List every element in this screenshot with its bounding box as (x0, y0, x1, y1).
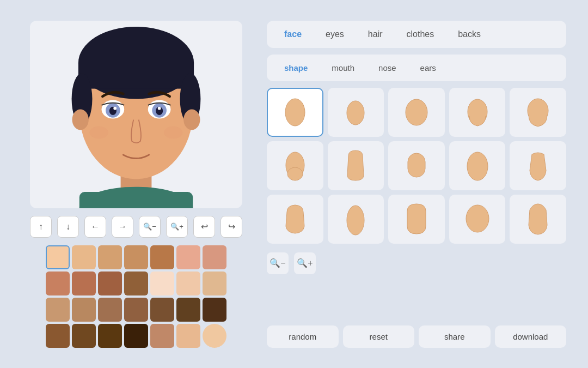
color-swatch[interactable] (46, 298, 70, 322)
skin-color-grid (46, 245, 226, 348)
move-left-button[interactable]: ← (84, 216, 106, 238)
color-swatch[interactable] (176, 272, 200, 295)
subtab-nose[interactable]: nose (369, 60, 406, 76)
action-buttons: random reset share download (267, 325, 566, 348)
color-swatch[interactable] (176, 245, 200, 269)
tab-face[interactable]: face (274, 26, 311, 43)
svg-point-9 (183, 109, 200, 130)
svg-point-20 (285, 99, 305, 126)
left-panel: ↑ ↓ ← → 🔍− 🔍+ ↩ ↪ (22, 21, 250, 348)
color-swatch[interactable] (176, 298, 200, 322)
avatar-controls: ↑ ↓ ← → 🔍− 🔍+ ↩ ↪ (30, 216, 242, 238)
subtab-shape[interactable]: shape (274, 60, 317, 76)
color-swatch[interactable] (72, 324, 96, 348)
download-button[interactable]: download (495, 325, 567, 348)
face-shape-2[interactable] (328, 88, 384, 137)
color-swatch[interactable] (72, 245, 96, 269)
color-swatch[interactable] (72, 298, 96, 322)
tab-clothes[interactable]: clothes (397, 26, 444, 43)
face-shape-6[interactable] (267, 141, 323, 190)
tab-backs[interactable]: backs (448, 26, 491, 43)
tab-hair[interactable]: hair (358, 26, 393, 43)
color-swatch[interactable] (124, 298, 148, 322)
face-shape-3[interactable] (388, 88, 445, 137)
face-shape-10[interactable] (510, 141, 566, 190)
svg-point-21 (347, 101, 364, 125)
color-swatch[interactable] (203, 298, 226, 322)
right-panel: face eyes hair clothes backs shape mouth… (267, 21, 566, 348)
svg-rect-27 (408, 153, 425, 177)
svg-point-17 (158, 106, 161, 110)
color-swatch[interactable] (124, 272, 148, 295)
shape-zoom-in-button[interactable]: 🔍+ (294, 252, 316, 274)
face-shape-8[interactable] (388, 141, 445, 190)
zoom-out-button[interactable]: 🔍− (139, 216, 161, 238)
face-shape-7[interactable] (328, 141, 384, 190)
color-swatch[interactable] (150, 245, 174, 269)
svg-point-8 (72, 109, 89, 130)
share-button[interactable]: share (419, 325, 491, 348)
color-swatch[interactable] (203, 272, 226, 295)
color-swatch[interactable] (150, 272, 174, 295)
svg-rect-2 (79, 192, 193, 208)
face-shape-9[interactable] (449, 141, 506, 190)
color-swatch[interactable] (98, 272, 122, 295)
color-swatch[interactable] (124, 324, 148, 348)
face-shape-14[interactable] (449, 195, 506, 244)
subtab-mouth[interactable]: mouth (322, 60, 364, 76)
move-up-button[interactable]: ↑ (30, 216, 52, 238)
color-swatch[interactable] (46, 324, 70, 348)
subtab-ears[interactable]: ears (411, 60, 446, 76)
color-swatch[interactable] (46, 272, 70, 295)
svg-point-22 (406, 99, 427, 125)
move-down-button[interactable]: ↓ (57, 216, 79, 238)
face-shape-5[interactable] (510, 88, 566, 137)
svg-point-19 (164, 126, 182, 138)
color-circle-swatch[interactable] (203, 324, 226, 348)
color-swatch[interactable] (124, 245, 148, 269)
redo-button[interactable]: ↪ (220, 216, 242, 238)
face-shape-12[interactable] (328, 195, 384, 244)
svg-point-29 (347, 206, 364, 235)
color-swatch[interactable] (150, 324, 174, 348)
reset-button[interactable]: reset (343, 325, 415, 348)
avatar-display (30, 21, 242, 208)
face-shapes-grid (267, 88, 566, 244)
random-button[interactable]: random (267, 325, 339, 348)
color-swatch[interactable] (150, 298, 174, 322)
shape-zoom-out-button[interactable]: 🔍− (267, 252, 289, 274)
svg-point-26 (287, 167, 303, 180)
svg-rect-5 (78, 63, 194, 88)
shape-zoom-controls: 🔍− 🔍+ (267, 250, 566, 276)
color-swatch[interactable] (176, 324, 200, 348)
color-swatch[interactable] (98, 245, 122, 269)
color-swatch[interactable] (98, 324, 122, 348)
color-swatch[interactable] (72, 272, 96, 295)
main-tabs: face eyes hair clothes backs (267, 21, 566, 48)
svg-point-18 (90, 126, 108, 138)
color-swatch[interactable] (46, 245, 70, 269)
face-shape-1[interactable] (267, 88, 323, 137)
svg-point-30 (466, 205, 489, 232)
tab-eyes[interactable]: eyes (316, 26, 354, 43)
face-shape-11[interactable] (267, 195, 323, 244)
svg-point-16 (113, 106, 117, 110)
undo-button[interactable]: ↩ (193, 216, 215, 238)
zoom-in-button[interactable]: 🔍+ (166, 216, 188, 238)
face-shape-13[interactable] (388, 195, 445, 244)
face-shape-15[interactable] (510, 195, 566, 244)
sub-tabs: shape mouth nose ears (267, 55, 566, 81)
svg-point-28 (467, 152, 488, 180)
color-swatch[interactable] (203, 245, 226, 269)
face-shape-4[interactable] (449, 88, 506, 137)
move-right-button[interactable]: → (112, 216, 133, 238)
color-swatch[interactable] (98, 298, 122, 322)
